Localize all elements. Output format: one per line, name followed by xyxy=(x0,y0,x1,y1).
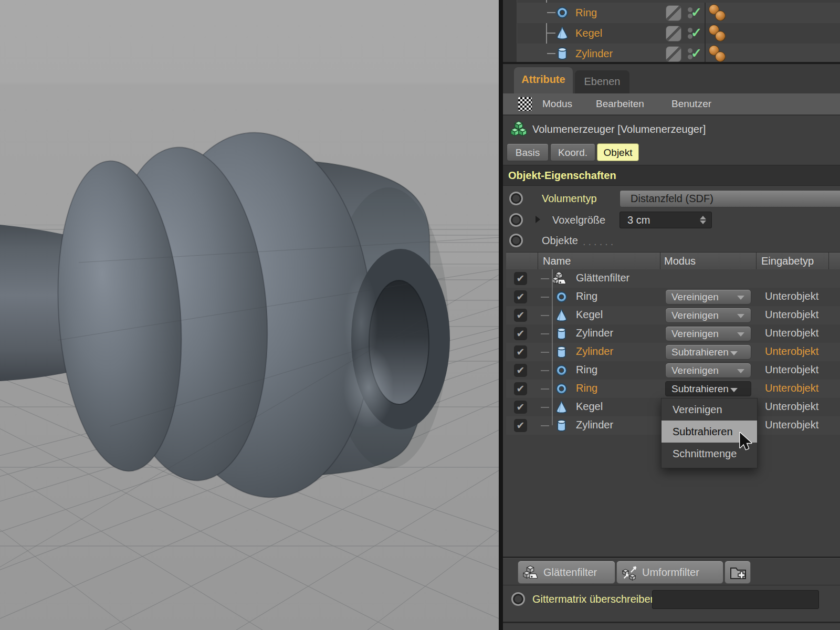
column-separator[interactable] xyxy=(756,253,757,269)
modus-dropdown[interactable]: Vereinigen xyxy=(665,363,751,378)
row-enabled-checkbox[interactable]: ✔ xyxy=(514,382,527,395)
objects-table-row[interactable]: ✔ ZylinderSubtrahierenUnterobjekt xyxy=(506,343,840,361)
layer-swatch-icon[interactable] xyxy=(666,46,681,62)
attribute-manager-panel: Ring ✓ Kegel ✓ Zylinder ✓ xyxy=(503,0,840,630)
mode-grid-icon[interactable] xyxy=(518,97,532,111)
row-object-name[interactable]: Glättenfilter xyxy=(576,272,629,284)
tag-sphere-icon[interactable] xyxy=(715,10,726,21)
cone-icon xyxy=(555,309,568,322)
mouse-cursor xyxy=(737,432,754,453)
voxelgroesse-anim-dot[interactable] xyxy=(509,213,523,227)
cylinder-icon[interactable] xyxy=(555,47,569,60)
viewport-render xyxy=(0,0,502,630)
objects-table-row[interactable]: ✔ Glättenfilter xyxy=(506,269,840,288)
modus-dropdown[interactable]: Subtrahieren xyxy=(665,344,751,360)
objekte-anim-dot[interactable] xyxy=(509,234,523,247)
cone-icon xyxy=(555,401,568,414)
object-manager-row[interactable]: Zylinder ✓ xyxy=(517,44,840,64)
tab-koord[interactable]: Koord. xyxy=(550,143,595,161)
column-separator[interactable] xyxy=(538,253,538,269)
object-name[interactable]: Kegel xyxy=(575,27,602,39)
object-manager-row[interactable]: Ring ✓ xyxy=(517,3,840,23)
object-manager: Ring ✓ Kegel ✓ Zylinder ✓ xyxy=(503,0,840,64)
column-divider xyxy=(705,3,706,23)
tab-ebenen[interactable]: Ebenen xyxy=(575,70,629,93)
object-header: Volumenerzeuger [Volumenerzeuger] xyxy=(503,115,840,143)
col-modus[interactable]: Modus xyxy=(664,253,696,269)
tab-basis[interactable]: Basis xyxy=(507,143,549,161)
tree-tick xyxy=(541,278,549,279)
tag-sphere-icon[interactable] xyxy=(715,51,726,62)
enabled-check-icon[interactable]: ✓ xyxy=(691,46,702,61)
row-object-name[interactable]: Zylinder xyxy=(576,327,613,339)
spinner-down-icon[interactable] xyxy=(700,220,706,224)
row-enabled-checkbox[interactable]: ✔ xyxy=(514,345,527,359)
tag-sphere-icon[interactable] xyxy=(715,31,726,41)
volumentyp-label: Volumentyp xyxy=(542,193,597,205)
column-separator[interactable] xyxy=(828,253,829,269)
menu-bearbeiten[interactable]: Bearbeiten xyxy=(596,93,644,114)
volumentyp-dropdown[interactable]: Distanzfeld (SDF) xyxy=(620,190,840,207)
objects-table-row[interactable]: ✔ RingVereinigenUnterobjekt xyxy=(506,288,840,306)
modus-dropdown[interactable]: Vereinigen xyxy=(665,289,751,304)
cone-icon[interactable] xyxy=(555,26,569,40)
objects-table-row[interactable]: ✔ ZylinderVereinigenUnterobjekt xyxy=(506,324,840,343)
eingabetyp-value: Unterobjekt xyxy=(765,309,818,321)
layer-swatch-icon[interactable] xyxy=(666,26,681,41)
chevron-down-icon xyxy=(737,369,744,373)
umformfilter-button[interactable]: Umformfilter xyxy=(616,561,723,584)
row-object-name[interactable]: Zylinder xyxy=(576,419,613,431)
voxelgroesse-input[interactable]: 3 cm xyxy=(620,212,712,228)
enabled-check-icon[interactable]: ✓ xyxy=(691,25,702,40)
object-manager-row[interactable]: Kegel ✓ xyxy=(517,23,840,44)
row-enabled-checkbox[interactable]: ✔ xyxy=(514,272,527,285)
modus-menu-item[interactable]: Vereinigen xyxy=(662,398,757,421)
viewport-3d[interactable] xyxy=(0,0,502,630)
modus-dropdown[interactable]: Vereinigen xyxy=(665,326,751,341)
column-divider xyxy=(705,44,706,64)
row-enabled-checkbox[interactable]: ✔ xyxy=(514,419,527,432)
row-object-name[interactable]: Ring xyxy=(576,364,597,376)
spinner-up-icon[interactable] xyxy=(700,216,706,219)
add-filter-folder-button[interactable] xyxy=(724,561,751,584)
object-name[interactable]: Ring xyxy=(575,7,597,19)
cone-icon xyxy=(555,401,568,414)
voxelgroesse-expand-icon[interactable] xyxy=(536,216,540,223)
eingabetyp-value: Unterobjekt xyxy=(765,382,818,394)
objects-table-row[interactable]: ✔ RingSubtrahierenUnterobjekt xyxy=(506,380,840,398)
col-eingabetyp[interactable]: Eingabetyp xyxy=(761,253,814,269)
gittermatrix-anim-dot[interactable] xyxy=(511,592,525,606)
gittermatrix-input[interactable] xyxy=(652,590,819,609)
tree-tick xyxy=(547,53,555,54)
modus-dropdown[interactable]: Vereinigen xyxy=(665,308,751,323)
panel-splitter[interactable] xyxy=(499,0,503,630)
tab-attribute[interactable]: Attribute xyxy=(514,67,573,93)
row-enabled-checkbox[interactable]: ✔ xyxy=(514,401,527,414)
menu-modus[interactable]: Modus xyxy=(542,93,572,114)
objects-table-row[interactable]: ✔ KegelVereinigenUnterobjekt xyxy=(506,306,840,324)
tab-objekt[interactable]: Objekt xyxy=(597,143,639,161)
menu-benutzer[interactable]: Benutzer xyxy=(671,93,711,114)
col-name[interactable]: Name xyxy=(543,253,571,269)
layer-swatch-icon[interactable] xyxy=(666,5,681,21)
row-enabled-checkbox[interactable]: ✔ xyxy=(514,364,527,377)
row-enabled-checkbox[interactable]: ✔ xyxy=(514,290,527,303)
ring-icon[interactable] xyxy=(555,6,569,19)
row-object-name[interactable]: Ring xyxy=(576,382,597,394)
cone-icon xyxy=(555,26,569,40)
row-enabled-checkbox[interactable]: ✔ xyxy=(514,309,527,322)
glaettenfilter-button[interactable]: Glättenfilter xyxy=(518,561,615,584)
row-object-name[interactable]: Ring xyxy=(576,290,597,302)
column-separator[interactable] xyxy=(660,253,660,269)
row-object-name[interactable]: Kegel xyxy=(576,309,603,321)
row-enabled-checkbox[interactable]: ✔ xyxy=(514,327,527,340)
ring-icon xyxy=(555,290,568,303)
row-object-name[interactable]: Kegel xyxy=(576,401,603,413)
enabled-check-icon[interactable]: ✓ xyxy=(691,5,702,20)
row-object-name[interactable]: Zylinder xyxy=(576,345,613,358)
modus-dropdown-open[interactable]: Subtrahieren xyxy=(665,381,751,396)
ring-icon xyxy=(555,6,569,19)
object-name[interactable]: Zylinder xyxy=(575,48,613,60)
objects-table-row[interactable]: ✔ RingVereinigenUnterobjekt xyxy=(506,361,840,380)
volumentyp-anim-dot[interactable] xyxy=(509,192,523,205)
